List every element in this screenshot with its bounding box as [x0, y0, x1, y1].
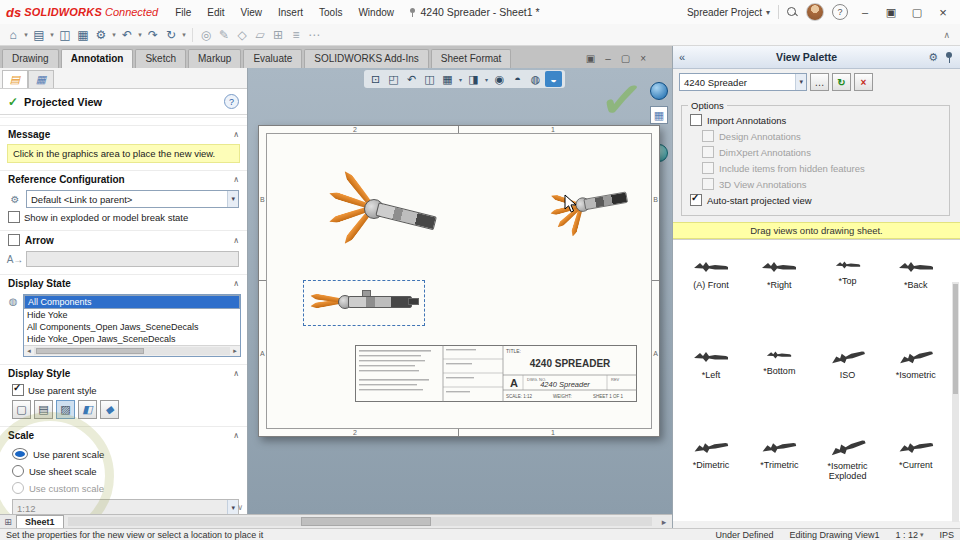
shaded-style-button[interactable]: ◆: [100, 400, 119, 419]
tab-markup[interactable]: Markup: [188, 49, 241, 68]
horizontal-scrollbar[interactable]: [68, 517, 652, 526]
print-icon[interactable]: ▦: [74, 26, 92, 44]
view-thumbnail-isometric-exploded[interactable]: *Isometric Exploded: [814, 426, 882, 512]
open-icon[interactable]: ▤: [30, 26, 48, 44]
sheet-nav-icon[interactable]: ⊞: [0, 517, 16, 527]
view-thumbnail-iso[interactable]: ISO: [814, 336, 882, 422]
sheet-scale-selector[interactable]: 1 : 12 ▾: [895, 530, 923, 540]
scrollbar-thumb[interactable]: [301, 517, 431, 526]
previous-view-icon[interactable]: ↶: [403, 71, 420, 87]
tab-display-pane[interactable]: ▦: [28, 70, 54, 88]
doc-restore-icon[interactable]: ▣: [586, 53, 595, 64]
use-parent-style-checkbox[interactable]: [12, 384, 24, 396]
more-tools-icon[interactable]: ⋯: [305, 26, 323, 44]
ok-check-icon[interactable]: ✓: [8, 95, 18, 109]
close-button[interactable]: ×: [934, 5, 952, 20]
new-window-button[interactable]: ▢: [908, 6, 926, 19]
minimize-button[interactable]: –: [856, 6, 874, 18]
restore-button[interactable]: ▣: [882, 6, 900, 19]
user-avatar[interactable]: [806, 3, 824, 21]
apply-scene-icon[interactable]: ◍: [527, 71, 544, 87]
chevron-down-icon[interactable]: ▾: [22, 31, 30, 39]
save-icon[interactable]: ◫: [56, 26, 74, 44]
list-item[interactable]: All Components: [24, 295, 240, 309]
tab-property-manager[interactable]: ▤: [2, 70, 28, 88]
project-selector[interactable]: Spreader Project ▾: [687, 7, 770, 18]
menu-edit[interactable]: Edit: [200, 5, 231, 20]
dimension-tool-icon[interactable]: ◎: [197, 26, 215, 44]
table-tool-icon[interactable]: ⊞: [269, 26, 287, 44]
tab-sheet-format[interactable]: Sheet Format: [431, 49, 512, 68]
units-selector[interactable]: IPS: [939, 530, 954, 540]
chevron-down-icon[interactable]: ▾: [48, 31, 56, 39]
scrollbar-thumb[interactable]: [953, 284, 958, 394]
hide-show-items-icon[interactable]: ◉: [491, 71, 508, 87]
chevron-up-icon[interactable]: ∧: [233, 431, 239, 440]
configuration-select[interactable]: Default <Link to parent> ▾: [26, 190, 239, 208]
radio-use-sheet-scale[interactable]: [12, 465, 24, 477]
settings-icon[interactable]: ⚙: [92, 26, 110, 44]
auto-start-projected-view-checkbox[interactable]: [690, 194, 702, 206]
view-thumbnail-front[interactable]: (A) Front: [677, 246, 745, 332]
view-settings-icon[interactable]: ◒: [545, 71, 562, 87]
doc-minimize-icon[interactable]: –: [605, 53, 611, 64]
shaded-with-edges-button[interactable]: ◧: [78, 400, 97, 419]
3d-sphere-icon[interactable]: [650, 82, 668, 100]
horizontal-scrollbar[interactable]: ◂ ▸: [24, 345, 240, 356]
view-thumbnail-left[interactable]: *Left: [677, 336, 745, 422]
clear-button[interactable]: ×: [854, 73, 873, 91]
tab-sheet1[interactable]: Sheet1: [16, 515, 64, 528]
chevron-down-icon[interactable]: ▾: [483, 71, 490, 87]
confirmation-corner-check-icon[interactable]: ✓: [597, 68, 647, 132]
drawing-sheet[interactable]: 2 1 2 1 B A B A: [258, 125, 660, 437]
display-style-icon[interactable]: ◨: [465, 71, 482, 87]
drawing-view-front[interactable]: [311, 156, 451, 256]
collapse-toolbar-icon[interactable]: ∧: [943, 30, 950, 40]
view-thumbnail-back[interactable]: *Back: [882, 246, 950, 332]
hidden-lines-visible-button[interactable]: ▤: [34, 400, 53, 419]
chevron-up-icon[interactable]: ∧: [233, 236, 239, 245]
tab-annotation[interactable]: Annotation: [61, 49, 134, 68]
grid-view-icon[interactable]: ▦: [650, 106, 668, 124]
scrollbar-thumb[interactable]: [36, 348, 144, 354]
list-item[interactable]: Hide Yoke_Open Jaws_SceneDecals: [24, 333, 240, 345]
graphics-area[interactable]: ⊡ ◰ ↶ ◫ ▦ ▾ ◨ ▾ ◉ ◓ ◍ ◒ ▦ ✓ 2 1 2 1 B A: [248, 68, 672, 514]
chevron-down-icon[interactable]: ▾: [136, 31, 144, 39]
chevron-up-icon[interactable]: ∧: [233, 130, 239, 139]
collapse-panel-icon[interactable]: «: [679, 51, 685, 63]
view-orientation-icon[interactable]: ▦: [439, 71, 456, 87]
tab-solidworks-add-ins[interactable]: SOLIDWORKS Add-Ins: [304, 49, 428, 68]
help-icon[interactable]: ?: [224, 94, 239, 109]
view-thumbn​ail-right[interactable]: *Right: [745, 246, 813, 332]
section-reference-configuration[interactable]: Reference Configuration ∧: [0, 170, 247, 187]
search-icon[interactable]: [787, 7, 798, 18]
menu-view[interactable]: View: [234, 5, 270, 20]
undo-icon[interactable]: ↶: [118, 26, 136, 44]
exploded-state-checkbox[interactable]: [8, 211, 20, 223]
scroll-right-icon[interactable]: ▸: [230, 347, 240, 355]
section-arrow[interactable]: Arrow ∧: [0, 230, 247, 248]
drawing-view-iso[interactable]: [527, 154, 637, 256]
palette-document-select[interactable]: 4240 Spreader ▾: [679, 73, 807, 91]
surface-finish-icon[interactable]: ▱: [251, 26, 269, 44]
section-display-style[interactable]: Display Style ∧: [0, 364, 247, 381]
refresh-button[interactable]: ↻: [832, 73, 851, 91]
zoom-area-icon[interactable]: ◰: [385, 71, 402, 87]
scrollbar-track[interactable]: [34, 347, 230, 355]
help-icon[interactable]: ?: [832, 4, 848, 20]
pin-icon[interactable]: [944, 51, 954, 63]
tab-evaluate[interactable]: Evaluate: [243, 49, 302, 68]
blocks-tool-icon[interactable]: ≡: [287, 26, 305, 44]
chevron-up-icon[interactable]: ∧: [233, 369, 239, 378]
chevron-down-icon[interactable]: ▾: [180, 31, 188, 39]
gear-icon[interactable]: ⚙: [928, 51, 938, 64]
section-display-state[interactable]: Display State ∧: [0, 274, 247, 291]
view-thumbnail-isometric[interactable]: *Isometric: [882, 336, 950, 422]
list-item[interactable]: Hide Yoke: [24, 309, 240, 321]
view-thumbnail-bottom[interactable]: *Bottom: [745, 336, 813, 422]
doc-close-icon[interactable]: ×: [640, 53, 646, 64]
zoom-fit-icon[interactable]: ⊡: [367, 71, 384, 87]
drawing-view-selected[interactable]: [303, 280, 425, 326]
browse-button[interactable]: …: [810, 73, 829, 91]
import-annotations-checkbox[interactable]: [690, 114, 702, 126]
